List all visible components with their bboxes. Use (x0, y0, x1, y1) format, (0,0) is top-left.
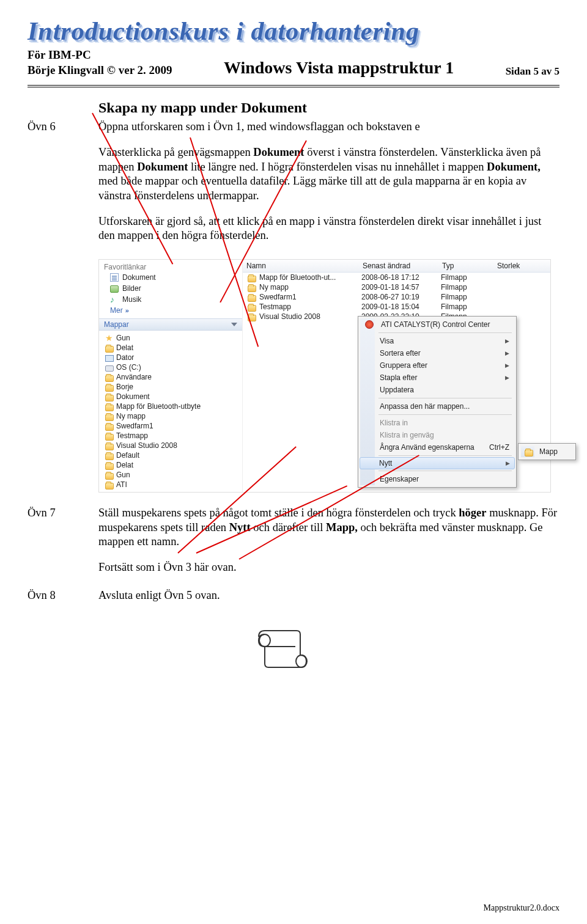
explorer-sidebar: Favoritlänkar Dokument Bilder Musik Mer … (99, 260, 243, 492)
hdr-left-top: För IBM-PC (28, 48, 172, 63)
fav-musik[interactable]: Musik (99, 294, 242, 305)
col-type[interactable]: Typ (438, 262, 493, 270)
folder-icon (105, 414, 114, 421)
tree-item[interactable]: Dokument (105, 392, 242, 402)
column-headers[interactable]: Namn Senast ändrad Typ Storlek (243, 260, 550, 273)
folder-icon (248, 315, 256, 321)
folder-icon (105, 375, 114, 382)
chevron-right-icon: ▶ (505, 375, 509, 381)
folder-icon (105, 395, 114, 402)
drive-icon (105, 365, 114, 372)
file-row[interactable]: Testmapp2009-01-18 15:04Filmapp (243, 302, 550, 312)
document-icon (110, 273, 119, 282)
folder-icon (105, 483, 114, 490)
ovn8-body: Avsluta enligt Övn 5 ovan. (98, 588, 559, 614)
mappar-header[interactable]: Mappar (99, 318, 242, 331)
svg-point-1 (296, 655, 307, 667)
tree-item[interactable]: Ny mapp (105, 411, 242, 421)
submenu-mapp[interactable]: Mapp (521, 446, 573, 457)
hdr-center: Windows Vista mappstruktur 1 (224, 58, 454, 78)
tree-item[interactable]: Gun (105, 470, 242, 480)
svg-point-0 (259, 634, 270, 647)
ctx-item[interactable]: Stapla efter▶ (360, 372, 514, 384)
chevron-right-icon: ▶ (505, 338, 509, 344)
tree-item[interactable]: Borje (105, 382, 242, 392)
folder-icon (248, 285, 256, 292)
ctx-klistra: Klistra in (360, 417, 514, 429)
fav-bilder[interactable]: Bilder (99, 283, 242, 294)
ovn6-label: Övn 6 (28, 120, 98, 254)
tree-item[interactable]: ★Gun (105, 333, 242, 343)
file-row[interactable]: Ny mapp2009-01-18 14:57Filmapp (243, 282, 550, 292)
chevron-right-icon: ▶ (505, 362, 509, 369)
tree-item[interactable]: Dator (105, 353, 242, 362)
ctx-klistra-genvag: Klistra in genväg (360, 429, 514, 441)
ovn7-label: Övn 7 (28, 506, 98, 586)
col-name[interactable]: Namn (243, 262, 359, 270)
ovn7-p1: Ställ muspekarens spets på något tomt st… (98, 506, 559, 549)
page-title-art: Introductionskurs i datorhantering (28, 18, 559, 44)
chevron-right-icon: » (125, 307, 129, 314)
favorites-header: Favoritlänkar (99, 261, 242, 272)
tree-item[interactable]: Default (105, 450, 242, 460)
ovn7-p2: Fortsätt som i Övn 3 här ovan. (98, 560, 559, 575)
folder-icon (248, 276, 256, 282)
tree-item[interactable]: OS (C:) (105, 362, 242, 372)
folder-icon (105, 473, 114, 480)
folder-icon (105, 463, 114, 470)
tree-item[interactable]: Swedfarm1 (105, 421, 242, 431)
tree-item[interactable]: Användare (105, 372, 242, 382)
hdr-right: Sidan 5 av 5 (506, 65, 559, 78)
ctx-anpassa[interactable]: Anpassa den här mappen... (360, 400, 514, 413)
ovn8-label: Övn 8 (28, 588, 98, 614)
folder-icon (105, 424, 114, 431)
ctx-undo[interactable]: Ångra Använd egenskapernaCtrl+Z (360, 441, 514, 453)
tree-item[interactable]: ATI (105, 480, 242, 490)
star-icon: ★ (105, 334, 114, 342)
file-row[interactable]: Swedfarm12008-06-27 10:19Filmapp (243, 292, 550, 302)
col-date[interactable]: Senast ändrad (359, 262, 438, 270)
tree-item[interactable]: Delat (105, 343, 242, 353)
folder-tree: ★GunDelatDatorOS (C:)AnvändareBorjeDokum… (99, 333, 242, 490)
folder-icon (105, 434, 114, 441)
folder-icon (105, 444, 114, 450)
doc-header: För IBM-PC Börje Klingvall © ver 2. 2009… (28, 48, 559, 78)
ovn6-p2: Vänsterklicka på genvägsmappen Dokument … (98, 145, 559, 204)
footer-filename: Mappstruktur2.0.docx (484, 903, 559, 913)
context-submenu: Mapp (518, 443, 576, 460)
tree-item[interactable]: Testmapp (105, 431, 242, 441)
folder-icon (525, 450, 533, 457)
picture-icon (110, 285, 119, 293)
explorer-screenshot: Favoritlänkar Dokument Bilder Musik Mer … (98, 259, 551, 493)
section-title: Skapa ny mapp under Dokument (98, 100, 559, 116)
file-row[interactable]: Mapp för Bluetooth-ut...2008-06-18 17:12… (243, 273, 550, 282)
ctx-item[interactable]: Uppdatera (360, 384, 514, 396)
ctx-item[interactable]: Visa▶ (360, 335, 514, 347)
folder-icon (248, 295, 256, 302)
ctx-egenskaper[interactable]: Egenskaper (360, 473, 514, 485)
hdr-left-bottom: Börje Klingvall © ver 2. 2009 (28, 63, 172, 78)
folder-icon (105, 385, 114, 392)
ctx-ati[interactable]: ATI CATALYST(R) Control Center (360, 318, 514, 331)
ati-icon (365, 320, 374, 329)
ovn7-body: Ställ muspekarens spets på något tomt st… (98, 506, 559, 586)
ctx-item[interactable]: Gruppera efter▶ (360, 359, 514, 372)
folder-icon (105, 346, 114, 353)
ovn8-p1: Avsluta enligt Övn 5 ovan. (98, 588, 559, 603)
ovn6-p3: Utforskaren är gjord så, att ett klick p… (98, 215, 559, 243)
col-size[interactable]: Storlek (493, 262, 550, 270)
chevron-right-icon: ▶ (506, 460, 510, 466)
explorer-content: Namn Senast ändrad Typ Storlek Mapp för … (243, 260, 550, 492)
header-rule (28, 85, 559, 87)
ctx-item[interactable]: Sortera efter▶ (360, 347, 514, 359)
tree-item[interactable]: Delat (105, 460, 242, 470)
folder-icon (105, 405, 114, 411)
tree-item[interactable]: Mapp för Bluetooth-utbyte (105, 402, 242, 411)
fav-more[interactable]: Mer » (99, 305, 242, 316)
folder-icon (248, 305, 256, 312)
ctx-nytt[interactable]: Nytt▶ (360, 457, 515, 469)
context-menu: ATI CATALYST(R) Control Center Visa▶Sort… (358, 316, 517, 488)
fav-dokument[interactable]: Dokument (99, 272, 242, 283)
tree-item[interactable]: Visual Studio 2008 (105, 441, 242, 450)
folder-icon (105, 453, 114, 460)
